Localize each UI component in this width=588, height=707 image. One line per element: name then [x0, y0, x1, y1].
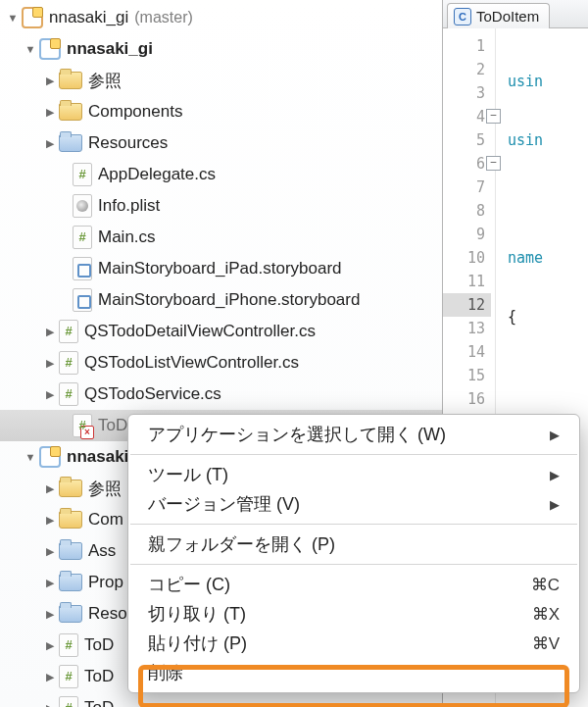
folder-icon [59, 542, 82, 560]
project-name: nnasaki_gi [67, 39, 153, 59]
menu-shortcut: ⌘V [532, 633, 560, 654]
tree-item-file[interactable]: Main.cs [0, 222, 442, 253]
tree-label: Info.plist [98, 196, 160, 216]
submenu-arrow-icon: ▶ [550, 497, 560, 512]
tree-item-file[interactable]: ▶ QSTodoService.cs [0, 379, 442, 410]
disclosure-icon[interactable]: ▶ [43, 325, 57, 338]
folder-icon [59, 480, 82, 497]
disclosure-icon[interactable]: ▶ [43, 74, 57, 87]
menu-shortcut: ⌘X [532, 604, 560, 625]
menu-item-cut[interactable]: 切り取り (T) ⌘X [128, 599, 579, 629]
menu-label: ツール (T) [148, 463, 228, 486]
menu-label: 親フォルダーを開く (P) [148, 532, 335, 556]
menu-separator [130, 564, 577, 565]
csharp-file-icon [59, 696, 78, 707]
tree-label: MainStoryboard_iPhone.storyboard [98, 290, 360, 310]
disclosure-icon[interactable]: ▶ [43, 670, 57, 683]
plist-file-icon [73, 194, 92, 218]
storyboard-file-icon [73, 288, 92, 312]
disclosure-icon[interactable]: ▶ [43, 576, 57, 589]
menu-label: コピー (C) [148, 573, 230, 596]
folder-icon [59, 134, 82, 152]
project-row[interactable]: ▼ nnasaki_gi [0, 33, 442, 65]
tree-item-file[interactable]: ▶ QSTodoDetailViewController.cs [0, 316, 442, 347]
folder-icon [59, 511, 82, 529]
editor-tab-label: ToDoItem [476, 8, 539, 25]
storyboard-file-icon [73, 257, 92, 280]
csharp-file-icon [73, 163, 92, 186]
project-icon [39, 446, 61, 468]
solution-name: nnasaki_gi [49, 8, 128, 27]
tree-label: Components [88, 102, 182, 122]
menu-label: バージョン管理 (V) [148, 492, 300, 516]
context-menu: アプリケーションを選択して開く (W) ▶ ツール (T) ▶ バージョン管理 … [127, 414, 580, 693]
tree-label: Ass [88, 541, 116, 561]
tree-item-resources[interactable]: ▶ Resources [0, 127, 442, 159]
fold-icon[interactable]: − [486, 156, 501, 171]
disclosure-icon[interactable]: ▶ [43, 638, 57, 652]
csharp-file-icon [73, 226, 92, 249]
csharp-class-icon: C [454, 8, 471, 25]
disclosure-icon[interactable]: ▼ [24, 42, 37, 56]
menu-item-copy[interactable]: コピー (C) ⌘C [128, 570, 579, 599]
folder-icon [59, 605, 82, 623]
tree-label: AppDelegate.cs [98, 165, 216, 184]
tree-label: Reso [88, 604, 127, 624]
code-line [508, 187, 588, 211]
tree-label: 参照 [88, 70, 122, 92]
solution-row[interactable]: ▼ nnasaki_gi (master) [0, 2, 442, 33]
tree-item-file[interactable]: AppDelegate.cs [0, 159, 442, 190]
tree-item-references[interactable]: ▶ 参照 [0, 65, 442, 96]
disclosure-icon[interactable]: ▶ [43, 513, 57, 527]
disclosure-icon[interactable]: ▶ [43, 136, 57, 150]
disclosure-icon[interactable]: ▶ [43, 701, 57, 707]
tree-item-file[interactable]: ▶ QSTodoListViewController.cs [0, 347, 442, 379]
disclosure-icon[interactable]: ▶ [43, 356, 57, 370]
csharp-file-icon [59, 351, 78, 375]
menu-item-reveal-parent[interactable]: 親フォルダーを開く (P) [128, 530, 579, 559]
folder-icon [59, 72, 82, 89]
disclosure-icon[interactable]: ▶ [43, 607, 57, 621]
csharp-file-icon [59, 320, 78, 343]
menu-label: アプリケーションを選択して開く (W) [148, 423, 446, 446]
menu-item-version-control[interactable]: バージョン管理 (V) ▶ [128, 489, 579, 519]
tree-item-file[interactable]: MainStoryboard_iPhone.storyboard [0, 284, 442, 316]
tree-label: Resources [88, 133, 168, 153]
tree-label: Prop [88, 573, 123, 592]
fold-icon[interactable]: − [486, 109, 501, 124]
code-line [508, 364, 588, 387]
tree-label: ToD [84, 667, 114, 686]
code-line: usin [508, 131, 543, 149]
project-icon [39, 38, 61, 60]
submenu-arrow-icon: ▶ [550, 468, 560, 482]
submenu-arrow-icon: ▶ [550, 428, 560, 442]
menu-label: 削除 [148, 661, 183, 684]
disclosure-icon[interactable]: ▶ [43, 481, 57, 495]
menu-separator [130, 454, 577, 455]
disclosure-icon[interactable]: ▶ [43, 544, 57, 558]
menu-shortcut: ⌘C [531, 575, 560, 595]
tree-item-file[interactable]: MainStoryboard_iPad.storyboard [0, 253, 442, 284]
disclosure-icon[interactable]: ▼ [6, 11, 20, 25]
tree-label: QSTodoDetailViewController.cs [84, 322, 316, 341]
disclosure-icon[interactable]: ▶ [43, 105, 57, 119]
tree-item-file[interactable]: ▶ ToD [0, 692, 442, 707]
csharp-file-icon [59, 665, 78, 688]
code-line: usin [508, 73, 543, 90]
tree-label: Main.cs [98, 227, 156, 247]
tree-item-file[interactable]: Info.plist [0, 190, 442, 222]
solution-icon [22, 7, 43, 28]
folder-icon [59, 103, 82, 121]
menu-separator [130, 524, 577, 525]
tree-label: QSTodoService.cs [84, 384, 221, 404]
tree-item-components[interactable]: ▶ Components [0, 96, 442, 127]
menu-item-paste[interactable]: 貼り付け (P) ⌘V [128, 629, 579, 658]
menu-item-delete[interactable]: 削除 [128, 658, 579, 687]
disclosure-icon[interactable]: ▼ [24, 450, 37, 464]
menu-item-open-with[interactable]: アプリケーションを選択して開く (W) ▶ [128, 420, 579, 449]
editor-tab[interactable]: C ToDoItem [447, 3, 550, 28]
menu-item-tools[interactable]: ツール (T) ▶ [128, 460, 579, 489]
tree-label: Com [88, 510, 123, 530]
code-line: { [508, 305, 588, 328]
disclosure-icon[interactable]: ▶ [43, 387, 57, 401]
